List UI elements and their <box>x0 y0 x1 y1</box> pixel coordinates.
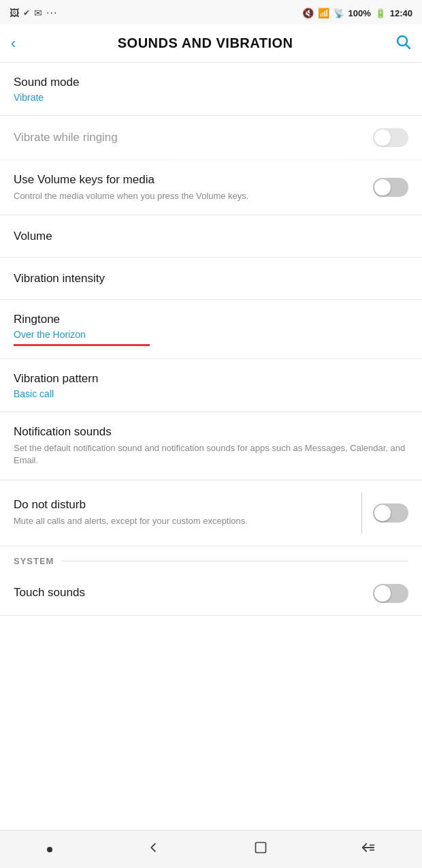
vibrate-while-ringing-content: Vibrate while ringing <box>14 130 373 145</box>
notification-sounds-subtitle: Set the default notification sound and n… <box>14 442 408 467</box>
vibrate-while-ringing-toggle[interactable] <box>373 128 408 147</box>
nav-dot <box>47 847 52 852</box>
toggle-thumb-touch <box>374 585 391 602</box>
toggle-thumb <box>374 129 391 146</box>
ringtone-title: Ringtone <box>14 312 408 327</box>
vibration-intensity-title: Vibration intensity <box>14 271 408 286</box>
ringtone-value: Over the Horizon <box>14 329 86 343</box>
volume-keys-subtitle: Control the media volume when you press … <box>14 190 373 202</box>
dnd-divider <box>361 493 362 533</box>
back-button[interactable]: ‹ <box>11 35 16 52</box>
volume-keys-item[interactable]: Use Volume keys for media Control the me… <box>0 160 422 215</box>
toggle-track-touch <box>373 584 408 603</box>
clock: 12:40 <box>390 8 412 18</box>
settings-content: Sound mode Vibrate Vibrate while ringing… <box>0 63 422 657</box>
battery-percent: 100% <box>348 8 371 18</box>
system-section-header: SYSTEM <box>0 546 422 572</box>
do-not-disturb-item[interactable]: Do not disturb Mute all calls and alerts… <box>0 480 422 546</box>
vibrate-while-ringing-title: Vibrate while ringing <box>14 130 373 145</box>
check-icon: ✔ <box>23 8 30 18</box>
image-icon: 🖼 <box>10 7 19 18</box>
touch-sounds-item[interactable]: Touch sounds <box>0 572 422 616</box>
system-section-label: SYSTEM <box>14 556 54 566</box>
nav-back-button[interactable] <box>146 840 161 859</box>
status-bar-left: 🖼 ✔ ✉ ··· <box>10 7 57 19</box>
toggle-track <box>373 128 408 147</box>
volume-keys-content: Use Volume keys for media Control the me… <box>14 172 373 202</box>
battery-icon: 🔋 <box>375 8 386 18</box>
wifi-icon: 📶 <box>318 7 329 18</box>
more-icon: ··· <box>46 7 57 19</box>
sound-mode-title: Sound mode <box>14 75 408 90</box>
status-bar-right: 🔇 📶 📡 100% 🔋 12:40 <box>302 7 413 18</box>
toggle-track-dnd <box>373 503 408 523</box>
svg-rect-2 <box>255 842 265 852</box>
dnd-subtitle: Mute all calls and alerts, except for yo… <box>14 515 351 527</box>
volume-title: Volume <box>14 229 408 244</box>
signal-icon: 📡 <box>334 8 344 18</box>
status-bar: 🖼 ✔ ✉ ··· 🔇 📶 📡 100% 🔋 12:40 <box>0 0 422 25</box>
dnd-title: Do not disturb <box>14 497 351 512</box>
notification-sounds-title: Notification sounds <box>14 424 408 439</box>
touch-sounds-title: Touch sounds <box>14 585 373 600</box>
volume-keys-toggle[interactable] <box>373 178 408 197</box>
dnd-content: Do not disturb Mute all calls and alerts… <box>14 497 351 527</box>
vibration-pattern-title: Vibration pattern <box>14 371 408 386</box>
page-title: SOUNDS AND VIBRATION <box>118 35 293 51</box>
notification-sounds-content: Notification sounds Set the default noti… <box>14 424 408 467</box>
svg-line-1 <box>406 44 410 48</box>
red-underline-decoration <box>14 344 150 346</box>
notification-sounds-item[interactable]: Notification sounds Set the default noti… <box>0 412 422 480</box>
toggle-thumb-vol <box>374 179 391 196</box>
sound-mode-value: Vibrate <box>14 92 408 103</box>
vibrate-while-ringing-item[interactable]: Vibrate while ringing <box>0 116 422 160</box>
vibration-intensity-content: Vibration intensity <box>14 271 408 286</box>
vibration-pattern-value: Basic call <box>14 388 408 399</box>
toggle-track-vol <box>373 178 408 197</box>
ringtone-item[interactable]: Ringtone Over the Horizon <box>0 300 422 359</box>
vibration-pattern-content: Vibration pattern Basic call <box>14 371 408 399</box>
nav-home-button[interactable] <box>254 841 267 858</box>
dnd-toggle[interactable] <box>373 503 408 523</box>
mute-icon: 🔇 <box>302 7 314 18</box>
navigation-bar <box>0 830 422 868</box>
nav-recents-button[interactable] <box>361 840 376 859</box>
mail-icon: ✉ <box>34 7 42 18</box>
volume-content: Volume <box>14 229 408 244</box>
vibration-intensity-item[interactable]: Vibration intensity <box>0 258 422 300</box>
app-header: ‹ SOUNDS AND VIBRATION <box>0 25 422 63</box>
sound-mode-content: Sound mode Vibrate <box>14 75 408 103</box>
volume-keys-title: Use Volume keys for media <box>14 172 373 187</box>
search-button[interactable] <box>395 33 411 54</box>
toggle-thumb-dnd <box>374 505 391 521</box>
touch-sounds-content: Touch sounds <box>14 585 373 600</box>
section-divider <box>62 561 408 561</box>
volume-item[interactable]: Volume <box>0 215 422 258</box>
sound-mode-item[interactable]: Sound mode Vibrate <box>0 63 422 116</box>
vibration-pattern-item[interactable]: Vibration pattern Basic call <box>0 359 422 412</box>
touch-sounds-toggle[interactable] <box>373 584 408 603</box>
